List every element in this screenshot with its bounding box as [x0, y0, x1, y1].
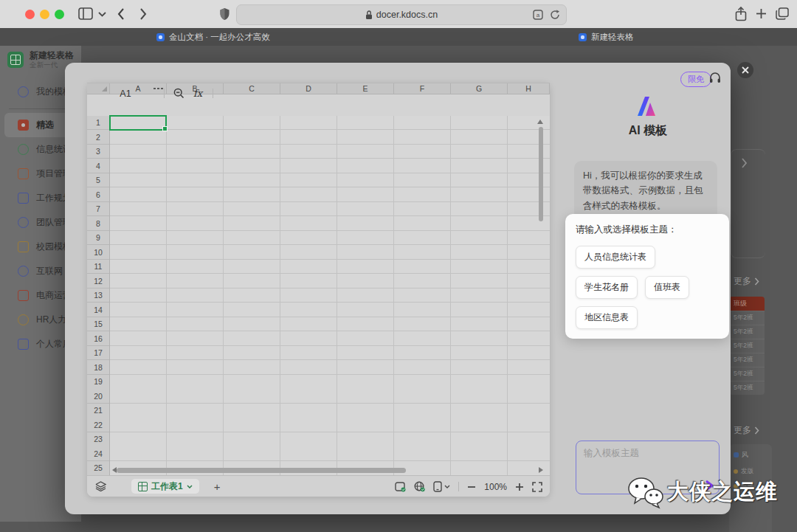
- topic-chip[interactable]: 地区信息表: [576, 306, 638, 329]
- sidebar-toggle-icon[interactable]: [78, 7, 93, 20]
- zoom-level[interactable]: 100%: [484, 482, 507, 492]
- row-header-11[interactable]: 11: [87, 260, 109, 274]
- share-icon[interactable]: [735, 7, 747, 21]
- topic-chip[interactable]: 值班表: [645, 276, 689, 299]
- column-header-C[interactable]: C: [224, 83, 280, 94]
- column-header-F[interactable]: F: [394, 83, 451, 94]
- row-header-20[interactable]: 20: [87, 390, 109, 404]
- row-header-17[interactable]: 17: [87, 346, 109, 361]
- fullscreen-icon[interactable]: [532, 482, 542, 492]
- pie-chart-icon: [18, 144, 29, 155]
- back-icon[interactable]: [117, 8, 125, 20]
- more-link[interactable]: 更多: [734, 275, 759, 288]
- vertical-scrollbar[interactable]: [539, 127, 543, 221]
- row-header-3[interactable]: 3: [87, 145, 109, 159]
- column-header-B[interactable]: B: [167, 83, 224, 94]
- row-header-24[interactable]: 24: [87, 447, 109, 462]
- new-tab-icon[interactable]: [756, 8, 767, 19]
- topic-chip[interactable]: 学生花名册: [576, 276, 638, 299]
- column-headers[interactable]: ABCDEFGH: [87, 83, 550, 94]
- chevron-right-icon: [754, 277, 759, 286]
- doc-icon: [734, 452, 739, 457]
- privacy-shield-icon[interactable]: [219, 7, 230, 21]
- sheet-bottom-bar: 工作表1 +: [87, 475, 550, 497]
- preview-table-header: 班级: [729, 297, 765, 311]
- sidebar-item-label: HR人力: [36, 314, 66, 326]
- row-header-25[interactable]: 25: [87, 461, 109, 476]
- row-header-21[interactable]: 21: [87, 404, 109, 418]
- device-preview-button[interactable]: [433, 481, 450, 492]
- topic-chip[interactable]: 人员信息统计表: [576, 246, 655, 269]
- clipboard-icon: [18, 193, 29, 204]
- reload-icon[interactable]: [550, 10, 560, 20]
- zoom-window-button[interactable]: [55, 10, 64, 19]
- select-all-corner[interactable]: [87, 83, 110, 94]
- row-header-10[interactable]: 10: [87, 246, 109, 260]
- minimize-window-button[interactable]: [40, 10, 49, 19]
- close-window-button[interactable]: [25, 10, 35, 19]
- zoom-in-button[interactable]: [515, 483, 524, 491]
- column-header-A[interactable]: A: [110, 83, 167, 94]
- row-header-7[interactable]: 7: [87, 202, 109, 217]
- add-sheet-button[interactable]: +: [214, 481, 221, 492]
- row-header-22[interactable]: 22: [87, 418, 109, 433]
- browser-toolbar: docer.kdocs.cn a: [0, 0, 797, 29]
- column-header-E[interactable]: E: [337, 83, 394, 94]
- row-headers[interactable]: 1234567891011121314151617181920212223242…: [87, 116, 110, 475]
- headset-icon[interactable]: [708, 72, 722, 85]
- team-icon: [18, 217, 29, 228]
- close-dialog-button[interactable]: [737, 62, 753, 78]
- row-header-13[interactable]: 13: [87, 289, 109, 303]
- new-sheet-icon: [7, 52, 24, 68]
- chevron-down-icon[interactable]: [98, 12, 106, 17]
- translate-icon[interactable]: a: [533, 10, 543, 20]
- topic-select-card: 请输入或选择模板主题： 人员信息统计表学生花名册值班表地区信息表: [565, 214, 729, 339]
- ai-panel-title: AI 模板: [596, 123, 700, 139]
- row-header-16[interactable]: 16: [87, 332, 109, 347]
- form-view-icon[interactable]: [395, 482, 406, 492]
- more-link[interactable]: 更多: [734, 424, 759, 437]
- topic-chip-list: 人员信息统计表学生花名册值班表地区信息表: [576, 246, 719, 329]
- row-header-19[interactable]: 19: [87, 375, 109, 390]
- row-header-15[interactable]: 15: [87, 317, 109, 332]
- web-publish-icon[interactable]: [414, 481, 425, 492]
- row-header-4[interactable]: 4: [87, 159, 109, 174]
- column-header-G[interactable]: G: [451, 83, 508, 94]
- row-header-5[interactable]: 5: [87, 173, 109, 188]
- column-header-D[interactable]: D: [280, 83, 337, 94]
- tab-new-sheet[interactable]: 新建轻表格: [579, 28, 634, 46]
- row-header-2[interactable]: 2: [87, 131, 109, 145]
- apps-grid-icon: [18, 339, 29, 350]
- kdocs-favicon-icon: [579, 33, 587, 41]
- tab-overview-icon[interactable]: [776, 7, 789, 20]
- column-header-H[interactable]: H: [508, 83, 550, 94]
- sheet-manager-icon[interactable]: [95, 481, 106, 491]
- row-header-6[interactable]: 6: [87, 188, 109, 203]
- forward-icon[interactable]: [139, 8, 147, 20]
- featured-badge-icon: [18, 120, 29, 131]
- row-header-14[interactable]: 14: [87, 303, 109, 318]
- grid-cells[interactable]: [110, 116, 550, 475]
- status-dot-icon: [734, 469, 738, 474]
- row-header-9[interactable]: 9: [87, 231, 109, 246]
- row-header-8[interactable]: 8: [87, 217, 109, 232]
- scroll-right-arrow[interactable]: [539, 467, 543, 473]
- ai-greeting-bubble: Hi，我可以根据你的要求生成带数据格式、示例数据，且包含样式的表格模板。: [574, 161, 717, 221]
- column-menu-icon[interactable]: [153, 87, 163, 90]
- row-header-1[interactable]: 1: [87, 116, 109, 131]
- address-bar[interactable]: docer.kdocs.cn a: [236, 4, 567, 25]
- device-icon: [433, 481, 442, 492]
- preview-table-row: 5年2班: [729, 311, 765, 325]
- hr-person-icon: [18, 314, 29, 325]
- row-header-18[interactable]: 18: [87, 361, 109, 376]
- row-header-12[interactable]: 12: [87, 274, 109, 289]
- scroll-up-arrow[interactable]: [537, 120, 543, 124]
- horizontal-scrollbar[interactable]: [117, 468, 406, 473]
- tab-kdocs-home[interactable]: 金山文档 · 一起办公才高效: [156, 28, 270, 46]
- kdocs-favicon-icon: [156, 33, 165, 41]
- sheet-tab[interactable]: 工作表1: [131, 479, 199, 494]
- preview-table-row: 5年2班: [729, 367, 765, 381]
- zoom-out-button[interactable]: [467, 483, 476, 491]
- chevron-down-icon: [187, 485, 193, 488]
- row-header-23[interactable]: 23: [87, 432, 109, 447]
